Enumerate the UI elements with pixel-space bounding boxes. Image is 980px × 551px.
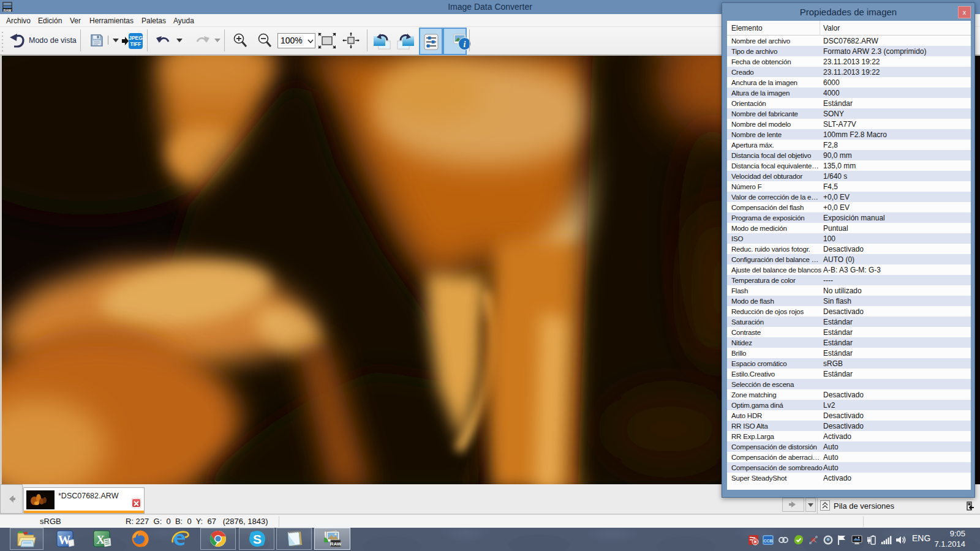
svg-text:JPEG: JPEG — [129, 35, 143, 41]
svg-text:i: i — [464, 40, 466, 49]
svg-text:CCB: CCB — [763, 539, 772, 543]
svg-text:S: S — [253, 532, 262, 546]
svg-text:TIFF: TIFF — [130, 41, 141, 47]
svg-text:RAW: RAW — [330, 541, 341, 547]
